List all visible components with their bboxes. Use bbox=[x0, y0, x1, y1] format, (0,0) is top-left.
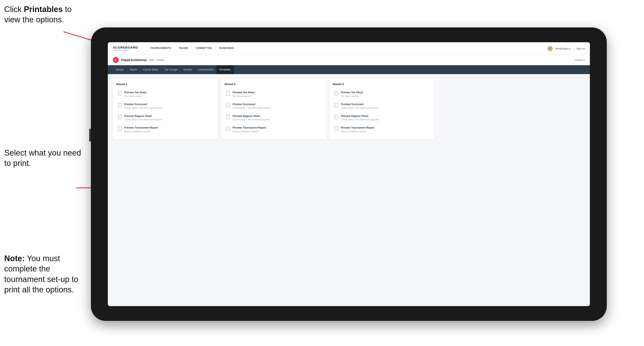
doc-icon-10 bbox=[334, 103, 339, 108]
tab-tee-groups[interactable]: Tee Groups bbox=[161, 65, 180, 74]
tab-leaderboards[interactable]: Leaderboards bbox=[195, 65, 216, 74]
round-3-tournament-report[interactable]: Preview Tournament Report Round Completi… bbox=[333, 124, 431, 135]
scoreboard-logo: SCOREBOARD Powered by clippd bbox=[113, 46, 138, 51]
round-3-raguzzi[interactable]: Preview Raguzzi Sheet Course setup + Tee… bbox=[333, 112, 431, 123]
round-1-tee-sheet[interactable]: Preview Tee Sheet Tee Sheet required bbox=[116, 89, 214, 100]
tab-printables[interactable]: Printables bbox=[216, 65, 234, 74]
main-content: Round 1 Preview Tee Sheet Tee Sheet requ… bbox=[108, 74, 590, 306]
tablet-frame: SCOREBOARD Powered by clippd TOURNAMENTS… bbox=[91, 27, 607, 321]
nav-teams[interactable]: TEAMS bbox=[175, 42, 192, 55]
doc-icon-6 bbox=[226, 103, 230, 108]
main-nav: TOURNAMENTS TEAMS COMMITTEE RANKINGS bbox=[146, 42, 548, 55]
tab-course-setup[interactable]: Course Setup bbox=[140, 65, 161, 74]
annotation-mid: Select what you need to print. bbox=[4, 148, 84, 169]
sub-header: C Clippd Invitational Men Hosting Cancel… bbox=[108, 55, 590, 65]
tab-bar: Details Teams Course Setup Tee Groups Re… bbox=[108, 65, 590, 74]
round-2-raguzzi[interactable]: Preview Raguzzi Sheet Course setup + Tee… bbox=[224, 112, 323, 123]
cancel-button[interactable]: Cancel ✕ bbox=[575, 59, 585, 61]
round-3-column: Round 3 Preview Tee Sheet Tee Sheet requ… bbox=[330, 79, 434, 139]
round-2-scorecard[interactable]: Preview Scorecard Course setup + Tee She… bbox=[224, 101, 323, 111]
doc-icon-9 bbox=[334, 91, 339, 96]
round-2-column: Round 2 Preview Tee Sheet Tee Sheet requ… bbox=[221, 79, 326, 139]
nav-tournaments[interactable]: TOURNAMENTS bbox=[146, 42, 175, 55]
side-button bbox=[89, 129, 91, 142]
top-nav: SCOREBOARD Powered by clippd TOURNAMENTS… bbox=[108, 42, 590, 55]
empty-spacer bbox=[438, 79, 585, 139]
doc-icon-12 bbox=[334, 126, 339, 131]
round-3-scorecard[interactable]: Preview Scorecard Course setup + Tee She… bbox=[333, 101, 431, 111]
annotation-top: Click Printables to view the options. bbox=[4, 4, 84, 25]
tab-results[interactable]: Results bbox=[180, 65, 195, 74]
doc-icon bbox=[118, 91, 122, 96]
doc-icon-7 bbox=[226, 115, 230, 120]
doc-icon-8 bbox=[226, 126, 230, 131]
round-1-title: Round 1 bbox=[116, 83, 214, 86]
round-2-title: Round 2 bbox=[224, 83, 323, 86]
round-1-raguzzi[interactable]: Preview Raguzzi Sheet Course setup + Tee… bbox=[116, 112, 214, 123]
doc-icon-4 bbox=[118, 126, 122, 131]
round-2-tournament-report[interactable]: Preview Tournament Report Round Completi… bbox=[224, 124, 323, 135]
doc-icon-11 bbox=[334, 115, 339, 120]
top-nav-right: blair@clippd.io | Sign out bbox=[548, 46, 585, 51]
doc-icon-5 bbox=[226, 91, 230, 96]
round-1-column: Round 1 Preview Tee Sheet Tee Sheet requ… bbox=[113, 79, 218, 139]
tab-teams[interactable]: Teams bbox=[127, 65, 140, 74]
nav-committee[interactable]: COMMITTEE bbox=[192, 42, 216, 55]
round-1-tournament-report[interactable]: Preview Tournament Report Round Completi… bbox=[116, 124, 214, 135]
user-avatar bbox=[548, 46, 553, 51]
round-3-title: Round 3 bbox=[333, 83, 431, 86]
round-2-tee-sheet[interactable]: Preview Tee Sheet Tee Sheet required bbox=[224, 89, 323, 100]
tournament-logo-icon: C bbox=[113, 57, 119, 63]
doc-icon-2 bbox=[118, 103, 122, 108]
annotation-bottom: Note: You must complete the tournament s… bbox=[4, 253, 93, 295]
nav-rankings[interactable]: RANKINGS bbox=[216, 42, 238, 55]
rounds-container: Round 1 Preview Tee Sheet Tee Sheet requ… bbox=[113, 79, 585, 139]
doc-icon-3 bbox=[118, 115, 122, 120]
round-1-scorecard[interactable]: Preview Scorecard Course setup + Tee She… bbox=[116, 101, 214, 111]
tab-details[interactable]: Details bbox=[113, 65, 127, 74]
tablet-screen: SCOREBOARD Powered by clippd TOURNAMENTS… bbox=[108, 42, 590, 306]
round-3-tee-sheet[interactable]: Preview Tee Sheet Tee Sheet required bbox=[333, 89, 431, 100]
